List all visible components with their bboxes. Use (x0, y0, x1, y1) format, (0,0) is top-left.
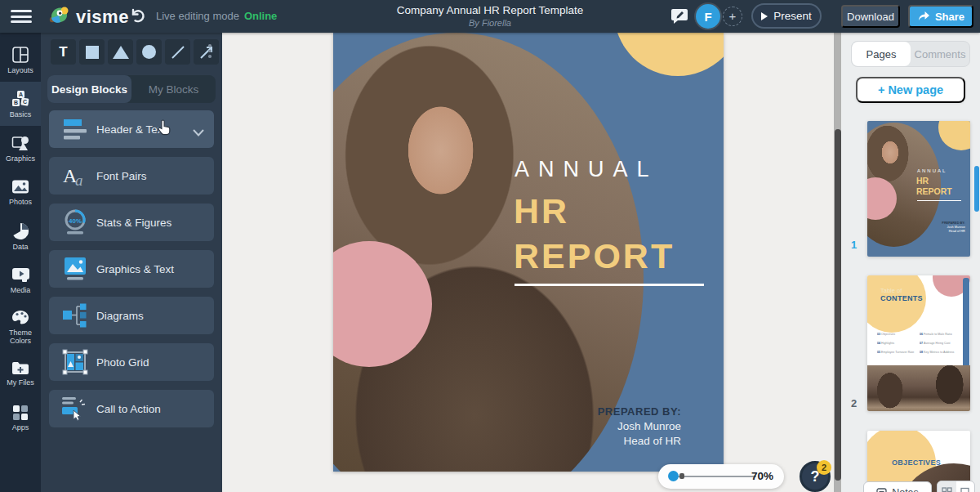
thumbnail-view-toggle (937, 481, 975, 492)
page-thumbnail-2[interactable]: Table of CONTENTS 03Objectives 04Highlig… (867, 275, 970, 411)
block-graphics-text[interactable]: Graphics & Text (49, 250, 214, 288)
zoom-control: 70% (658, 464, 784, 489)
block-header-text[interactable]: Header & Text (49, 110, 214, 148)
prepared-by-role: Head of HR (598, 434, 681, 449)
cover-divider-line[interactable] (514, 284, 704, 286)
block-diagrams[interactable]: Diagrams (49, 297, 214, 334)
square-icon (86, 46, 99, 59)
rail-item-data[interactable]: Data (0, 214, 41, 258)
rail-item-theme-colors[interactable]: Theme Colors (0, 302, 41, 351)
download-button[interactable]: Download (841, 5, 900, 28)
share-label: Share (935, 11, 964, 23)
rail-item-layouts[interactable]: Layouts (0, 38, 41, 82)
share-icon (917, 10, 930, 24)
avatar[interactable]: F (696, 4, 720, 29)
block-call-to-action[interactable]: Call to Action (49, 390, 214, 427)
rail-item-apps[interactable]: Apps (0, 396, 41, 440)
page-number-1[interactable]: 1 (851, 239, 857, 251)
text-tool-button[interactable]: T (51, 39, 76, 65)
play-icon (761, 12, 768, 20)
my-files-icon-label: My Files (7, 378, 34, 387)
thumb1-prepared-block: PREPARED BY: Josh Munroe Head of HR (942, 221, 965, 233)
photo-grid-icon (60, 349, 90, 375)
thumb2-toc: 03Objectives 04Highlights 05Employee Tur… (877, 333, 962, 360)
page-thumbnail-1[interactable]: ANNUAL HR REPORT PREPARED BY: Josh Munro… (867, 121, 970, 257)
block-photo-grid[interactable]: Photo Grid (49, 343, 214, 381)
help-badge: 2 (817, 460, 831, 475)
block-label: Diagrams (96, 310, 144, 322)
single-view-icon[interactable] (956, 481, 975, 492)
grid-view-icon[interactable] (938, 481, 956, 492)
svg-text:a: a (75, 172, 83, 188)
menu-icon[interactable] (11, 10, 32, 23)
canvas-page[interactable]: ANNUAL HR REPORT PREPARED BY: Josh Munro… (333, 33, 724, 472)
block-font-pairs[interactable]: A a Font Pairs (49, 157, 214, 195)
header-text-icon (60, 118, 90, 141)
more-shapes-icon[interactable] (206, 44, 214, 62)
thumb2-title: CONTENTS (880, 294, 923, 302)
new-page-button[interactable]: + New page (856, 77, 965, 103)
tab-comments[interactable]: Comments (911, 42, 969, 66)
prepared-by-block[interactable]: PREPARED BY: Josh Munroe Head of HR (598, 405, 681, 449)
notes-button[interactable]: Notes (863, 481, 932, 492)
circle-tool-button[interactable] (136, 39, 162, 65)
block-stats-figures[interactable]: 40% Stats & Figures (49, 204, 214, 241)
yellow-circle-shape[interactable] (614, 33, 724, 76)
triangle-tool-button[interactable] (108, 39, 133, 65)
present-label: Present (773, 10, 812, 22)
chevron-down-icon[interactable] (193, 125, 204, 140)
rail-item-graphics[interactable]: Graphics (0, 126, 41, 170)
line-icon (171, 45, 185, 60)
undo-icon[interactable] (129, 7, 147, 25)
prepared-by-label: PREPARED BY: (598, 405, 681, 419)
zoom-value: 70% (751, 470, 773, 482)
visme-logo[interactable]: visme (49, 6, 129, 29)
call-to-action-icon (60, 396, 90, 421)
share-button[interactable]: Share (908, 5, 973, 28)
document-author: By Fiorella (0, 18, 980, 28)
graphics-text-icon (60, 257, 90, 281)
add-collaborator-button[interactable]: + (723, 7, 742, 26)
tab-pages[interactable]: Pages (852, 42, 911, 66)
rail-item-my-files[interactable]: My Files (0, 351, 41, 396)
graphics-icon-label: Graphics (6, 154, 35, 163)
svg-text:C: C (22, 99, 26, 105)
rail-item-photos[interactable]: Photos (0, 170, 41, 214)
square-tool-button[interactable] (79, 39, 105, 65)
cover-title-report[interactable]: REPORT (514, 236, 675, 276)
svg-text:A: A (18, 92, 22, 97)
canvas-scrollbar-thumb[interactable] (835, 129, 841, 481)
thumb1-prepared-role: Head of HR (942, 229, 965, 233)
circle-icon (142, 45, 156, 59)
help-button[interactable]: ? 2 (800, 461, 831, 492)
tab-my-blocks[interactable]: My Blocks (131, 75, 216, 103)
thumb1-report: REPORT (916, 186, 952, 196)
thumb1-yellow-circle (938, 121, 970, 150)
page-number-2[interactable]: 2 (851, 397, 857, 409)
blocks-tabs: Design Blocks My Blocks (47, 75, 216, 103)
topbar: visme Live editing mode Online Company A… (0, 0, 980, 33)
pages-comments-tabs: Pages Comments (851, 41, 970, 67)
block-label: Font Pairs (96, 170, 147, 182)
rail-item-basics[interactable]: A B C Basics (0, 82, 41, 126)
line-tool-button[interactable] (165, 39, 190, 65)
rail-item-media[interactable]: Media (0, 258, 41, 302)
photos-icon-label: Photos (9, 198, 32, 206)
prepared-by-name: Josh Munroe (598, 419, 681, 434)
avatar-initial: F (704, 10, 711, 24)
toc-item: 05Employee Turnover Rate (877, 351, 899, 356)
chameleon-icon (49, 6, 71, 29)
media-icon-label: Media (11, 286, 31, 294)
toc-item: 08Key Metrics to Address (920, 351, 942, 356)
canvas-workspace[interactable]: ANNUAL HR REPORT PREPARED BY: Josh Munro… (222, 33, 834, 492)
cover-title-hr[interactable]: HR (514, 191, 569, 231)
cover-title-annual[interactable]: ANNUAL (514, 157, 658, 182)
thumb2-yellow-circle (867, 275, 926, 333)
present-button[interactable]: Present (751, 3, 822, 29)
pages-scrollbar-thumb[interactable] (974, 166, 979, 212)
tab-design-blocks[interactable]: Design Blocks (47, 75, 131, 103)
theme-colors-icon-label: Theme Colors (0, 329, 41, 345)
comment-icon[interactable] (671, 8, 689, 25)
live-mode-status: Live editing mode Online (156, 10, 277, 22)
zoom-slider-knob[interactable] (668, 471, 679, 481)
